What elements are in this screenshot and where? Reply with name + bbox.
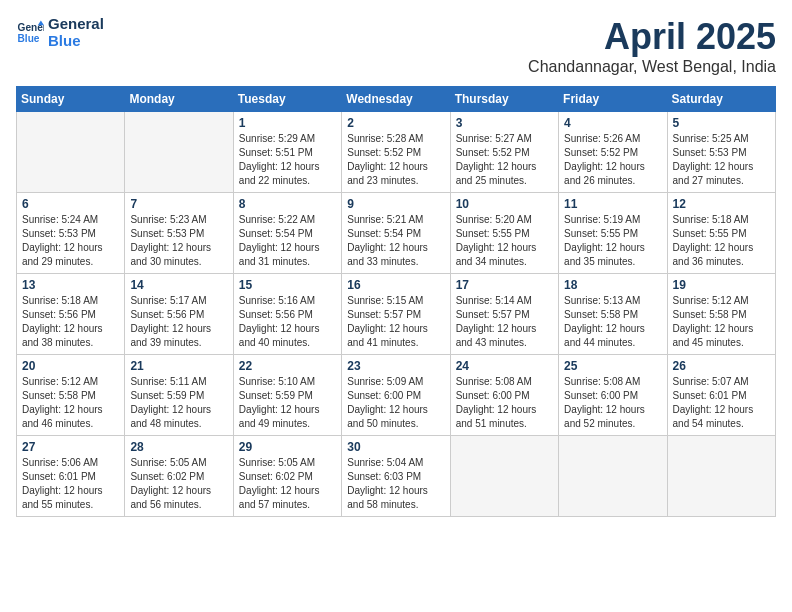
calendar-week-row: 27Sunrise: 5:06 AMSunset: 6:01 PMDayligh… xyxy=(17,436,776,517)
calendar-cell: 4Sunrise: 5:26 AMSunset: 5:52 PMDaylight… xyxy=(559,112,667,193)
weekday-header: Thursday xyxy=(450,87,558,112)
logo-line2: Blue xyxy=(48,33,104,50)
day-info: Sunrise: 5:25 AMSunset: 5:53 PMDaylight:… xyxy=(673,132,770,188)
svg-text:Blue: Blue xyxy=(18,33,40,44)
calendar-cell xyxy=(450,436,558,517)
day-number: 26 xyxy=(673,359,770,373)
day-number: 25 xyxy=(564,359,661,373)
day-info: Sunrise: 5:23 AMSunset: 5:53 PMDaylight:… xyxy=(130,213,227,269)
calendar-cell: 14Sunrise: 5:17 AMSunset: 5:56 PMDayligh… xyxy=(125,274,233,355)
day-info: Sunrise: 5:24 AMSunset: 5:53 PMDaylight:… xyxy=(22,213,119,269)
day-number: 15 xyxy=(239,278,336,292)
day-number: 22 xyxy=(239,359,336,373)
calendar-cell: 7Sunrise: 5:23 AMSunset: 5:53 PMDaylight… xyxy=(125,193,233,274)
weekday-header: Friday xyxy=(559,87,667,112)
calendar-cell: 15Sunrise: 5:16 AMSunset: 5:56 PMDayligh… xyxy=(233,274,341,355)
day-info: Sunrise: 5:19 AMSunset: 5:55 PMDaylight:… xyxy=(564,213,661,269)
calendar-cell: 1Sunrise: 5:29 AMSunset: 5:51 PMDaylight… xyxy=(233,112,341,193)
calendar-table: SundayMondayTuesdayWednesdayThursdayFrid… xyxy=(16,86,776,517)
calendar-cell: 2Sunrise: 5:28 AMSunset: 5:52 PMDaylight… xyxy=(342,112,450,193)
calendar-cell: 11Sunrise: 5:19 AMSunset: 5:55 PMDayligh… xyxy=(559,193,667,274)
day-number: 24 xyxy=(456,359,553,373)
day-info: Sunrise: 5:08 AMSunset: 6:00 PMDaylight:… xyxy=(456,375,553,431)
calendar-cell: 25Sunrise: 5:08 AMSunset: 6:00 PMDayligh… xyxy=(559,355,667,436)
day-number: 21 xyxy=(130,359,227,373)
day-info: Sunrise: 5:21 AMSunset: 5:54 PMDaylight:… xyxy=(347,213,444,269)
day-number: 4 xyxy=(564,116,661,130)
day-info: Sunrise: 5:09 AMSunset: 6:00 PMDaylight:… xyxy=(347,375,444,431)
calendar-cell: 17Sunrise: 5:14 AMSunset: 5:57 PMDayligh… xyxy=(450,274,558,355)
day-info: Sunrise: 5:15 AMSunset: 5:57 PMDaylight:… xyxy=(347,294,444,350)
logo: General Blue General Blue xyxy=(16,16,104,49)
day-number: 10 xyxy=(456,197,553,211)
day-number: 16 xyxy=(347,278,444,292)
day-info: Sunrise: 5:17 AMSunset: 5:56 PMDaylight:… xyxy=(130,294,227,350)
calendar-cell: 22Sunrise: 5:10 AMSunset: 5:59 PMDayligh… xyxy=(233,355,341,436)
day-info: Sunrise: 5:13 AMSunset: 5:58 PMDaylight:… xyxy=(564,294,661,350)
weekday-header: Wednesday xyxy=(342,87,450,112)
day-info: Sunrise: 5:08 AMSunset: 6:00 PMDaylight:… xyxy=(564,375,661,431)
calendar-cell xyxy=(17,112,125,193)
day-number: 29 xyxy=(239,440,336,454)
day-number: 3 xyxy=(456,116,553,130)
day-number: 20 xyxy=(22,359,119,373)
calendar-cell: 23Sunrise: 5:09 AMSunset: 6:00 PMDayligh… xyxy=(342,355,450,436)
day-info: Sunrise: 5:12 AMSunset: 5:58 PMDaylight:… xyxy=(22,375,119,431)
day-number: 30 xyxy=(347,440,444,454)
day-info: Sunrise: 5:18 AMSunset: 5:55 PMDaylight:… xyxy=(673,213,770,269)
calendar-cell: 9Sunrise: 5:21 AMSunset: 5:54 PMDaylight… xyxy=(342,193,450,274)
calendar-cell: 26Sunrise: 5:07 AMSunset: 6:01 PMDayligh… xyxy=(667,355,775,436)
weekday-header: Sunday xyxy=(17,87,125,112)
calendar-cell: 12Sunrise: 5:18 AMSunset: 5:55 PMDayligh… xyxy=(667,193,775,274)
day-number: 9 xyxy=(347,197,444,211)
calendar-cell: 3Sunrise: 5:27 AMSunset: 5:52 PMDaylight… xyxy=(450,112,558,193)
day-info: Sunrise: 5:26 AMSunset: 5:52 PMDaylight:… xyxy=(564,132,661,188)
title-area: April 2025 Chandannagar, West Bengal, In… xyxy=(528,16,776,76)
day-info: Sunrise: 5:16 AMSunset: 5:56 PMDaylight:… xyxy=(239,294,336,350)
calendar-week-row: 13Sunrise: 5:18 AMSunset: 5:56 PMDayligh… xyxy=(17,274,776,355)
calendar-cell: 19Sunrise: 5:12 AMSunset: 5:58 PMDayligh… xyxy=(667,274,775,355)
calendar-cell: 29Sunrise: 5:05 AMSunset: 6:02 PMDayligh… xyxy=(233,436,341,517)
day-info: Sunrise: 5:27 AMSunset: 5:52 PMDaylight:… xyxy=(456,132,553,188)
day-number: 28 xyxy=(130,440,227,454)
month-title: April 2025 xyxy=(528,16,776,58)
weekday-header: Monday xyxy=(125,87,233,112)
day-info: Sunrise: 5:05 AMSunset: 6:02 PMDaylight:… xyxy=(239,456,336,512)
calendar-week-row: 1Sunrise: 5:29 AMSunset: 5:51 PMDaylight… xyxy=(17,112,776,193)
day-number: 8 xyxy=(239,197,336,211)
calendar-cell xyxy=(667,436,775,517)
day-number: 11 xyxy=(564,197,661,211)
day-number: 2 xyxy=(347,116,444,130)
day-number: 7 xyxy=(130,197,227,211)
day-info: Sunrise: 5:12 AMSunset: 5:58 PMDaylight:… xyxy=(673,294,770,350)
calendar-week-row: 6Sunrise: 5:24 AMSunset: 5:53 PMDaylight… xyxy=(17,193,776,274)
day-number: 14 xyxy=(130,278,227,292)
calendar-cell: 28Sunrise: 5:05 AMSunset: 6:02 PMDayligh… xyxy=(125,436,233,517)
calendar-cell: 13Sunrise: 5:18 AMSunset: 5:56 PMDayligh… xyxy=(17,274,125,355)
calendar-cell: 16Sunrise: 5:15 AMSunset: 5:57 PMDayligh… xyxy=(342,274,450,355)
day-number: 12 xyxy=(673,197,770,211)
day-info: Sunrise: 5:11 AMSunset: 5:59 PMDaylight:… xyxy=(130,375,227,431)
day-number: 13 xyxy=(22,278,119,292)
calendar-cell xyxy=(125,112,233,193)
logo-line1: General xyxy=(48,16,104,33)
day-number: 17 xyxy=(456,278,553,292)
day-number: 18 xyxy=(564,278,661,292)
day-info: Sunrise: 5:14 AMSunset: 5:57 PMDaylight:… xyxy=(456,294,553,350)
day-info: Sunrise: 5:06 AMSunset: 6:01 PMDaylight:… xyxy=(22,456,119,512)
calendar-cell: 27Sunrise: 5:06 AMSunset: 6:01 PMDayligh… xyxy=(17,436,125,517)
day-number: 5 xyxy=(673,116,770,130)
day-info: Sunrise: 5:18 AMSunset: 5:56 PMDaylight:… xyxy=(22,294,119,350)
day-info: Sunrise: 5:05 AMSunset: 6:02 PMDaylight:… xyxy=(130,456,227,512)
day-number: 27 xyxy=(22,440,119,454)
calendar-cell: 24Sunrise: 5:08 AMSunset: 6:00 PMDayligh… xyxy=(450,355,558,436)
day-info: Sunrise: 5:04 AMSunset: 6:03 PMDaylight:… xyxy=(347,456,444,512)
calendar-cell: 5Sunrise: 5:25 AMSunset: 5:53 PMDaylight… xyxy=(667,112,775,193)
calendar-cell xyxy=(559,436,667,517)
day-info: Sunrise: 5:20 AMSunset: 5:55 PMDaylight:… xyxy=(456,213,553,269)
weekday-header: Saturday xyxy=(667,87,775,112)
calendar-cell: 10Sunrise: 5:20 AMSunset: 5:55 PMDayligh… xyxy=(450,193,558,274)
calendar-cell: 21Sunrise: 5:11 AMSunset: 5:59 PMDayligh… xyxy=(125,355,233,436)
weekday-header: Tuesday xyxy=(233,87,341,112)
calendar-cell: 30Sunrise: 5:04 AMSunset: 6:03 PMDayligh… xyxy=(342,436,450,517)
